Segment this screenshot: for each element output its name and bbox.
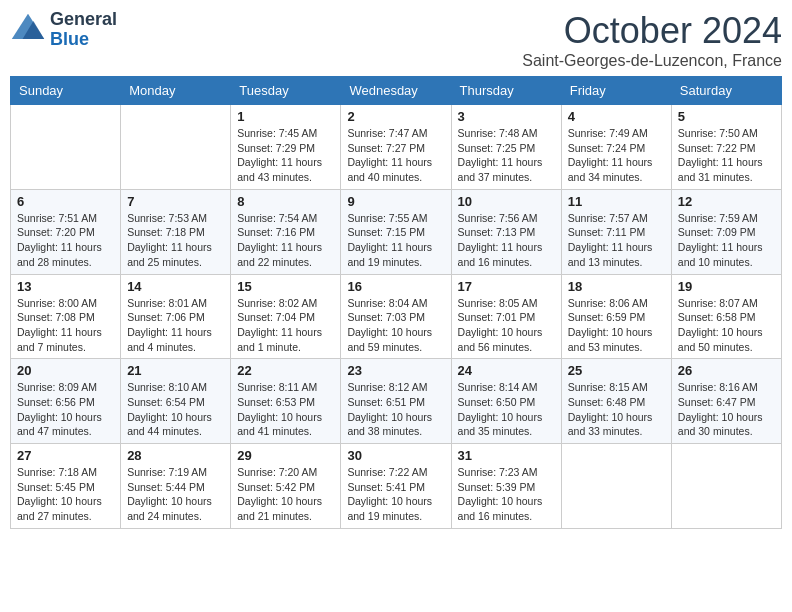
day-info: Sunrise: 8:11 AMSunset: 6:53 PMDaylight:…	[237, 380, 334, 439]
calendar-cell: 18Sunrise: 8:06 AMSunset: 6:59 PMDayligh…	[561, 274, 671, 359]
day-info: Sunrise: 8:02 AMSunset: 7:04 PMDaylight:…	[237, 296, 334, 355]
calendar-cell	[121, 105, 231, 190]
calendar-week-5: 27Sunrise: 7:18 AMSunset: 5:45 PMDayligh…	[11, 444, 782, 529]
day-number: 20	[17, 363, 114, 378]
calendar-cell: 25Sunrise: 8:15 AMSunset: 6:48 PMDayligh…	[561, 359, 671, 444]
day-number: 15	[237, 279, 334, 294]
calendar-cell: 23Sunrise: 8:12 AMSunset: 6:51 PMDayligh…	[341, 359, 451, 444]
day-info: Sunrise: 8:05 AMSunset: 7:01 PMDaylight:…	[458, 296, 555, 355]
calendar-cell: 28Sunrise: 7:19 AMSunset: 5:44 PMDayligh…	[121, 444, 231, 529]
calendar-cell: 13Sunrise: 8:00 AMSunset: 7:08 PMDayligh…	[11, 274, 121, 359]
day-info: Sunrise: 7:59 AMSunset: 7:09 PMDaylight:…	[678, 211, 775, 270]
calendar-cell: 20Sunrise: 8:09 AMSunset: 6:56 PMDayligh…	[11, 359, 121, 444]
calendar-week-3: 13Sunrise: 8:00 AMSunset: 7:08 PMDayligh…	[11, 274, 782, 359]
calendar-week-1: 1Sunrise: 7:45 AMSunset: 7:29 PMDaylight…	[11, 105, 782, 190]
col-thursday: Thursday	[451, 77, 561, 105]
calendar-cell: 2Sunrise: 7:47 AMSunset: 7:27 PMDaylight…	[341, 105, 451, 190]
day-info: Sunrise: 8:14 AMSunset: 6:50 PMDaylight:…	[458, 380, 555, 439]
logo: General Blue	[10, 10, 117, 50]
day-number: 8	[237, 194, 334, 209]
day-number: 29	[237, 448, 334, 463]
calendar-cell: 26Sunrise: 8:16 AMSunset: 6:47 PMDayligh…	[671, 359, 781, 444]
day-number: 31	[458, 448, 555, 463]
day-info: Sunrise: 7:54 AMSunset: 7:16 PMDaylight:…	[237, 211, 334, 270]
logo-icon	[10, 12, 46, 48]
day-number: 24	[458, 363, 555, 378]
day-info: Sunrise: 7:23 AMSunset: 5:39 PMDaylight:…	[458, 465, 555, 524]
calendar-cell: 21Sunrise: 8:10 AMSunset: 6:54 PMDayligh…	[121, 359, 231, 444]
day-info: Sunrise: 8:00 AMSunset: 7:08 PMDaylight:…	[17, 296, 114, 355]
calendar-cell	[561, 444, 671, 529]
col-wednesday: Wednesday	[341, 77, 451, 105]
day-info: Sunrise: 8:06 AMSunset: 6:59 PMDaylight:…	[568, 296, 665, 355]
day-info: Sunrise: 7:57 AMSunset: 7:11 PMDaylight:…	[568, 211, 665, 270]
calendar-cell: 5Sunrise: 7:50 AMSunset: 7:22 PMDaylight…	[671, 105, 781, 190]
calendar-table: Sunday Monday Tuesday Wednesday Thursday…	[10, 76, 782, 529]
logo-general-text: General	[50, 9, 117, 29]
day-info: Sunrise: 8:09 AMSunset: 6:56 PMDaylight:…	[17, 380, 114, 439]
calendar-cell: 4Sunrise: 7:49 AMSunset: 7:24 PMDaylight…	[561, 105, 671, 190]
day-number: 16	[347, 279, 444, 294]
day-number: 13	[17, 279, 114, 294]
col-friday: Friday	[561, 77, 671, 105]
day-info: Sunrise: 7:20 AMSunset: 5:42 PMDaylight:…	[237, 465, 334, 524]
day-number: 19	[678, 279, 775, 294]
day-info: Sunrise: 8:01 AMSunset: 7:06 PMDaylight:…	[127, 296, 224, 355]
day-info: Sunrise: 7:53 AMSunset: 7:18 PMDaylight:…	[127, 211, 224, 270]
calendar-cell: 19Sunrise: 8:07 AMSunset: 6:58 PMDayligh…	[671, 274, 781, 359]
day-number: 7	[127, 194, 224, 209]
day-info: Sunrise: 8:15 AMSunset: 6:48 PMDaylight:…	[568, 380, 665, 439]
day-info: Sunrise: 8:10 AMSunset: 6:54 PMDaylight:…	[127, 380, 224, 439]
calendar-cell: 1Sunrise: 7:45 AMSunset: 7:29 PMDaylight…	[231, 105, 341, 190]
day-info: Sunrise: 7:49 AMSunset: 7:24 PMDaylight:…	[568, 126, 665, 185]
calendar-cell: 27Sunrise: 7:18 AMSunset: 5:45 PMDayligh…	[11, 444, 121, 529]
calendar-cell: 12Sunrise: 7:59 AMSunset: 7:09 PMDayligh…	[671, 189, 781, 274]
calendar-cell: 3Sunrise: 7:48 AMSunset: 7:25 PMDaylight…	[451, 105, 561, 190]
day-number: 27	[17, 448, 114, 463]
calendar-cell: 30Sunrise: 7:22 AMSunset: 5:41 PMDayligh…	[341, 444, 451, 529]
day-info: Sunrise: 7:18 AMSunset: 5:45 PMDaylight:…	[17, 465, 114, 524]
calendar-cell: 9Sunrise: 7:55 AMSunset: 7:15 PMDaylight…	[341, 189, 451, 274]
calendar-cell: 31Sunrise: 7:23 AMSunset: 5:39 PMDayligh…	[451, 444, 561, 529]
calendar-cell: 24Sunrise: 8:14 AMSunset: 6:50 PMDayligh…	[451, 359, 561, 444]
day-info: Sunrise: 8:07 AMSunset: 6:58 PMDaylight:…	[678, 296, 775, 355]
logo-blue-text: Blue	[50, 29, 89, 49]
day-number: 23	[347, 363, 444, 378]
day-info: Sunrise: 8:12 AMSunset: 6:51 PMDaylight:…	[347, 380, 444, 439]
location-title: Saint-Georges-de-Luzencon, France	[522, 52, 782, 70]
day-info: Sunrise: 7:51 AMSunset: 7:20 PMDaylight:…	[17, 211, 114, 270]
day-number: 25	[568, 363, 665, 378]
calendar-cell: 7Sunrise: 7:53 AMSunset: 7:18 PMDaylight…	[121, 189, 231, 274]
col-monday: Monday	[121, 77, 231, 105]
day-number: 26	[678, 363, 775, 378]
month-title: October 2024	[522, 10, 782, 52]
day-info: Sunrise: 7:19 AMSunset: 5:44 PMDaylight:…	[127, 465, 224, 524]
calendar-cell: 16Sunrise: 8:04 AMSunset: 7:03 PMDayligh…	[341, 274, 451, 359]
title-block: October 2024 Saint-Georges-de-Luzencon, …	[522, 10, 782, 70]
day-number: 14	[127, 279, 224, 294]
page-header: General Blue October 2024 Saint-Georges-…	[10, 10, 782, 70]
calendar-cell	[11, 105, 121, 190]
day-info: Sunrise: 7:50 AMSunset: 7:22 PMDaylight:…	[678, 126, 775, 185]
day-number: 22	[237, 363, 334, 378]
col-sunday: Sunday	[11, 77, 121, 105]
day-number: 6	[17, 194, 114, 209]
calendar-cell: 10Sunrise: 7:56 AMSunset: 7:13 PMDayligh…	[451, 189, 561, 274]
day-number: 30	[347, 448, 444, 463]
day-info: Sunrise: 7:55 AMSunset: 7:15 PMDaylight:…	[347, 211, 444, 270]
calendar-cell: 22Sunrise: 8:11 AMSunset: 6:53 PMDayligh…	[231, 359, 341, 444]
calendar-cell: 15Sunrise: 8:02 AMSunset: 7:04 PMDayligh…	[231, 274, 341, 359]
day-number: 10	[458, 194, 555, 209]
day-number: 5	[678, 109, 775, 124]
day-number: 1	[237, 109, 334, 124]
day-info: Sunrise: 7:22 AMSunset: 5:41 PMDaylight:…	[347, 465, 444, 524]
calendar-cell	[671, 444, 781, 529]
day-info: Sunrise: 8:04 AMSunset: 7:03 PMDaylight:…	[347, 296, 444, 355]
calendar-cell: 11Sunrise: 7:57 AMSunset: 7:11 PMDayligh…	[561, 189, 671, 274]
day-number: 28	[127, 448, 224, 463]
day-number: 4	[568, 109, 665, 124]
day-number: 21	[127, 363, 224, 378]
calendar-week-4: 20Sunrise: 8:09 AMSunset: 6:56 PMDayligh…	[11, 359, 782, 444]
day-number: 9	[347, 194, 444, 209]
day-number: 17	[458, 279, 555, 294]
